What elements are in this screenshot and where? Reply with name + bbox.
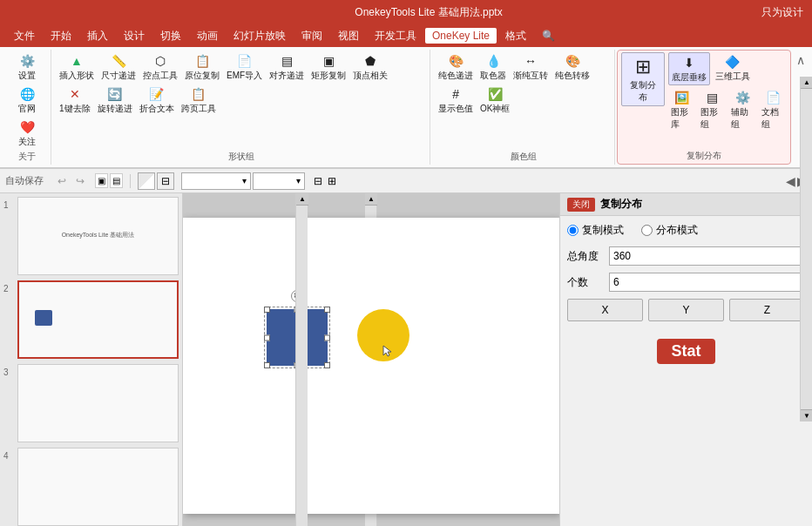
toolbar-row: 自动保存 ↩ ↪ ▣ ▤ ⊟ ▾ ▾ ⊟ ⊞ ◀ ▶	[0, 169, 812, 193]
main-area: 1 OnekeyTools Lite 基础用法 2 3	[0, 193, 812, 526]
slide-num-2: 2	[3, 280, 14, 293]
ribbon-btn-rect-copy[interactable]: ▣矩形复制	[308, 51, 348, 83]
ribbon: ⚙️设置 🌐官网 ❤️关注 关于 ▲插入形状 📏尺寸递进 ⬡控点工具 📋原位复制…	[0, 47, 812, 169]
slide-num-3: 3	[3, 364, 14, 377]
ribbon-btn-copy-dist[interactable]: ⊞ 复制分布	[621, 52, 665, 106]
menu-review[interactable]: 审阅	[294, 27, 329, 45]
ribbon-btn-control-point[interactable]: ⬡控点工具	[140, 51, 180, 83]
ribbon-btn-size-step[interactable]: 📏尺寸递进	[98, 51, 139, 83]
menu-animation[interactable]: 动画	[190, 27, 225, 45]
count-label: 个数	[567, 275, 602, 290]
ribbon-btn-shape-group[interactable]: ▤图形组	[698, 88, 726, 132]
slide-preview-4[interactable]	[17, 448, 179, 526]
shape-yellow-circle[interactable]	[357, 309, 409, 361]
ribbon-btn-website[interactable]: 🌐官网	[7, 84, 47, 116]
ribbon-group-colors-label: 颜色组	[436, 149, 611, 163]
menu-bar: 文件 开始 插入 设计 切换 动画 幻灯片放映 审阅 视图 开发工具 OneKe…	[0, 24, 812, 47]
slide-canvas: ↻	[183, 218, 559, 514]
mode-copy-label[interactable]: 复制模式	[567, 223, 624, 238]
ribbon-group-colors: 🎨纯色递进 💧取色器 ↔️渐纯互转 🎨纯色转移 #显示色值 ✅OK神框 颜色组	[432, 50, 615, 165]
angle-label: 总角度	[567, 249, 602, 264]
ribbon-btn-grad-convert[interactable]: ↔️渐纯互转	[511, 51, 551, 83]
handle-tl[interactable]	[264, 307, 270, 313]
ribbon-btn-eyedropper[interactable]: 💧取色器	[477, 51, 509, 83]
ribbon-btn-emf-import[interactable]: 📄EMF导入	[224, 51, 265, 83]
menu-format[interactable]: 格式	[498, 27, 533, 45]
slide-thumb-1: 1 OnekeyTools Lite 基础用法	[3, 197, 179, 275]
ribbon-btn-show-value[interactable]: #显示色值	[436, 84, 476, 116]
handle-br[interactable]	[324, 362, 330, 368]
menu-start[interactable]: 开始	[44, 27, 78, 45]
toolbar-distribute[interactable]: ⊞	[326, 173, 338, 189]
handle-ml[interactable]	[264, 334, 270, 341]
toolbar-undo[interactable]: ↩	[54, 173, 70, 189]
ribbon-btn-orig-copy[interactable]: 📋原位复制	[182, 51, 222, 83]
ribbon-btn-layer-move[interactable]: ⬇底层垂移	[668, 52, 710, 85]
ribbon-btn-cross-page[interactable]: 📋跨页工具	[179, 84, 219, 116]
ribbon-btn-color-step[interactable]: 🎨纯色递进	[436, 51, 476, 83]
count-input[interactable]	[609, 273, 805, 292]
ribbon-group-shapes-label: 形状组	[57, 149, 426, 163]
panel-close-btn[interactable]: 关闭	[567, 198, 595, 212]
ribbon-btn-vertex[interactable]: ⬟顶点相关	[350, 51, 390, 83]
handle-tr[interactable]	[324, 307, 330, 313]
toolbar-size-select[interactable]: ▾	[253, 172, 305, 190]
slide-preview-3[interactable]	[17, 364, 179, 442]
menu-devtools[interactable]: 开发工具	[368, 27, 423, 45]
handle-mr[interactable]	[324, 334, 330, 341]
ribbon-btn-color-transfer[interactable]: 🎨纯色转移	[552, 51, 592, 83]
toolbar-redo[interactable]: ↪	[72, 173, 88, 189]
mode-distribute-radio[interactable]	[641, 225, 653, 236]
mode-distribute-label[interactable]: 分布模式	[641, 223, 698, 238]
ribbon-btn-shape-lib[interactable]: 🖼️图形库	[668, 88, 696, 132]
title-bar: OnekeyTools Lite 基础用法.pptx 只为设计	[0, 0, 812, 24]
slide-panel: 1 OnekeyTools Lite 基础用法 2 3	[0, 193, 183, 526]
ribbon-btn-fold-text[interactable]: 📝折合文本	[137, 84, 177, 116]
ribbon-btn-settings[interactable]: ⚙️设置	[7, 51, 47, 83]
handle-bl[interactable]	[264, 362, 270, 368]
ribbon-btn-ok-frame[interactable]: ✅OK神框	[477, 84, 512, 116]
ribbon-btn-rotate-step[interactable]: 🔄旋转递进	[95, 84, 135, 116]
right-panel-header: 关闭 复制分布	[560, 193, 812, 216]
ribbon-btn-remove[interactable]: ✕1键去除	[57, 84, 93, 116]
toolbar-view-outline[interactable]: ▤	[110, 173, 123, 188]
ribbon-btn-align-step[interactable]: ▤对齐递进	[267, 51, 307, 83]
ribbon-btn-insert-shape[interactable]: ▲插入形状	[57, 51, 97, 83]
ribbon-btn-3d-tools[interactable]: 🔷三维工具	[713, 52, 753, 85]
slide-preview-1[interactable]: OnekeyTools Lite 基础用法	[17, 197, 179, 275]
menu-slideshow[interactable]: 幻灯片放映	[227, 27, 293, 45]
menu-design[interactable]: 设计	[117, 27, 152, 45]
toolbar-view-normal[interactable]: ▣	[95, 173, 108, 188]
menu-view[interactable]: 视图	[331, 27, 366, 45]
ribbon-btn-follow[interactable]: ❤️关注	[7, 118, 47, 149]
count-row: 个数	[567, 273, 805, 292]
menu-insert[interactable]: 插入	[80, 27, 115, 45]
z-button[interactable]: Z	[729, 299, 805, 321]
stat-container: Stat	[567, 339, 805, 364]
menu-transition[interactable]: 切换	[153, 27, 188, 45]
menu-file[interactable]: 文件	[7, 27, 42, 45]
menu-search[interactable]: 🔍	[535, 28, 562, 44]
ribbon-collapse-btn[interactable]: ∧	[793, 51, 809, 69]
panel-scrollbar[interactable]: ▲ ▼	[800, 77, 812, 421]
toolbar-color-fill[interactable]	[138, 172, 155, 190]
toolbar-color-line[interactable]: ⊟	[157, 172, 174, 190]
x-button[interactable]: X	[567, 299, 643, 321]
ribbon-group-about-label: 关于	[7, 149, 47, 163]
toolbar-shape-select[interactable]: ▾	[181, 172, 251, 190]
mode-copy-radio[interactable]	[567, 225, 579, 236]
toolbar-nav-left[interactable]: ◀	[786, 174, 795, 188]
toolbar-align[interactable]: ⊟	[312, 173, 324, 189]
ribbon-btn-assist-group[interactable]: ⚙️辅助组	[728, 88, 756, 132]
xyz-row: X Y Z	[567, 299, 805, 321]
slide-num-1: 1	[3, 197, 14, 210]
angle-input[interactable]	[609, 246, 805, 266]
y-button[interactable]: Y	[648, 299, 724, 321]
canvas-area: ▲ ▼ ↻	[183, 193, 559, 526]
menu-onekey[interactable]: OneKey Lite	[425, 28, 497, 44]
right-scrollbar[interactable]: ▲ ▼	[295, 193, 308, 526]
ribbon-group-about: ⚙️设置 🌐官网 ❤️关注 关于	[3, 50, 51, 165]
ribbon-btn-doc-group[interactable]: 📄文档组	[759, 88, 787, 132]
slide-thumb-3: 3	[3, 364, 179, 442]
slide-preview-2[interactable]	[17, 280, 179, 359]
